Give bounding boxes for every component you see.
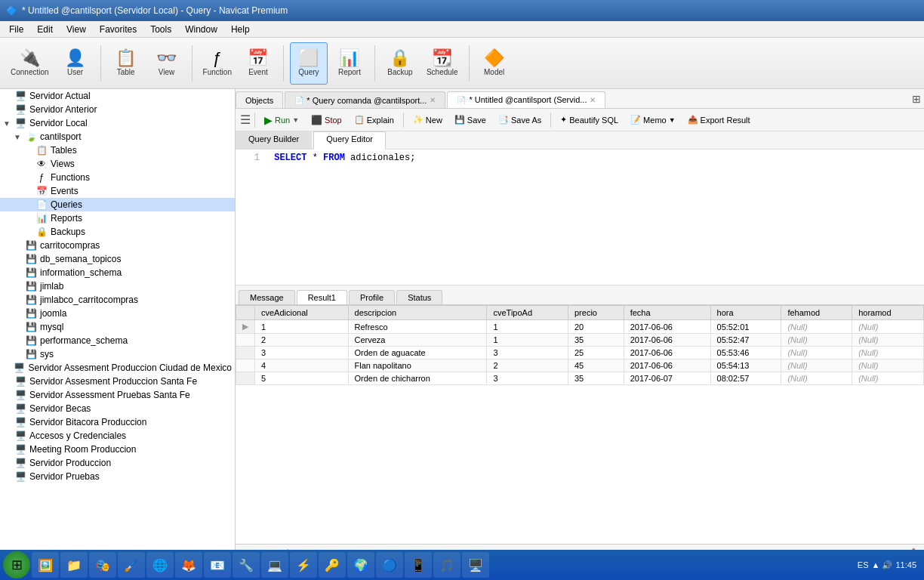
sidebar-item-meeting-room-produccion[interactable]: 🖥️Meeting Room Produccion: [0, 443, 235, 456]
save-button[interactable]: 💾 Save: [449, 111, 491, 129]
taskbar-app-5[interactable]: 🦊: [175, 552, 202, 578]
menu-item-favorites[interactable]: Favorites: [94, 23, 143, 36]
col-header-horamod[interactable]: horamod: [852, 306, 924, 320]
col-header-descripcion[interactable]: descripcion: [348, 306, 487, 320]
sidebar-item-sys[interactable]: 💾sys: [0, 347, 235, 361]
sidebar-item-functions[interactable]: ƒFunctions: [0, 171, 235, 184]
sidebar-item-jimlabco_carritocompras[interactable]: 💾jimlabco_carritocompras: [0, 293, 235, 307]
menu-item-edit[interactable]: Edit: [31, 23, 59, 36]
sidebar-item-backups[interactable]: 🔒Backups: [0, 225, 235, 239]
explain-button[interactable]: 📋 Explain: [349, 111, 399, 129]
taskbar-app-6[interactable]: 📧: [204, 552, 231, 578]
tab-query1-close[interactable]: ✕: [430, 96, 436, 104]
toolbar-event[interactable]: 📅Event: [239, 42, 277, 85]
sidebar-item-views[interactable]: 👁Views: [0, 157, 235, 171]
toolbar-report[interactable]: 📊Report: [331, 42, 368, 85]
col-header-cveTipoAd[interactable]: cveTipoAd: [487, 306, 568, 320]
tab-objects[interactable]: Objects: [236, 91, 283, 108]
beautify-button[interactable]: ✦ Beautify SQL: [555, 111, 624, 129]
sidebar-item-mysql[interactable]: 💾mysql: [0, 320, 235, 334]
sidebar-item-carritocompras[interactable]: 💾carritocompras: [0, 239, 235, 252]
sidebar-item-servidor-produccion[interactable]: 🖥️Servidor Produccion: [0, 456, 235, 470]
save-as-button[interactable]: 📑 Save As: [493, 111, 547, 129]
taskbar-app-3[interactable]: 🖌️: [118, 552, 145, 578]
taskbar-app-15[interactable]: 🖥️: [462, 552, 489, 578]
memo-arrow[interactable]: ▼: [669, 116, 676, 124]
taskbar-app-8[interactable]: 💻: [261, 552, 288, 578]
query-editor-tab[interactable]: Query Editor: [313, 131, 386, 150]
new-button[interactable]: ✨ New: [408, 111, 448, 129]
taskbar-app-2[interactable]: 🎭: [89, 552, 116, 578]
sidebar-item-servidor-assesment-produccion-santa-fe[interactable]: 🖥️Servidor Assesment Produccion Santa Fe: [0, 375, 235, 388]
sidebar-item-servidor-assessment-pruebas-santa-fe[interactable]: 🖥️Servidor Assessment Pruebas Santa Fe: [0, 388, 235, 402]
toolbar-model[interactable]: 🔶Model: [476, 42, 513, 85]
result-tab-status[interactable]: Status: [396, 290, 442, 304]
start-button[interactable]: ⊞: [3, 551, 30, 578]
taskbar-app-12[interactable]: 🔵: [376, 552, 403, 578]
result-tab-profile[interactable]: Profile: [349, 290, 395, 304]
toolbar-schedule[interactable]: 📆Schedule: [422, 42, 463, 85]
sidebar-item-servidor-pruebas[interactable]: 🖥️Servidor Pruebas: [0, 470, 235, 483]
sidebar-item-servidor-becas[interactable]: 🖥️Servidor Becas: [0, 402, 235, 415]
hamburger-icon[interactable]: ☰: [240, 113, 251, 127]
toolbar-view[interactable]: 👓View: [148, 42, 186, 85]
sidebar-item-tables[interactable]: 📋Tables: [0, 143, 235, 157]
memo-button[interactable]: 📝 Memo ▼: [625, 111, 680, 129]
result-table-container[interactable]: cveAdicional descripcion cveTipoAd preci…: [236, 305, 924, 544]
export-button[interactable]: 📤 Export Result: [682, 111, 756, 129]
stop-button[interactable]: ⬛ Stop: [306, 111, 347, 129]
sql-editor[interactable]: 1 SELECT * FROM adicionales;: [236, 150, 924, 285]
table-row[interactable]: 5Orden de chicharron3352017-06-0708:02:5…: [236, 372, 924, 385]
taskbar-app-9[interactable]: ⚡: [290, 552, 317, 578]
col-header-fecha[interactable]: fecha: [624, 306, 710, 320]
run-dropdown-arrow[interactable]: ▼: [292, 116, 299, 124]
sidebar-item-information_schema[interactable]: 💾information_schema: [0, 266, 235, 279]
toolbar-table[interactable]: 📋Table: [107, 42, 145, 85]
toolbar-query[interactable]: ⬜Query: [290, 42, 328, 85]
sidebar-item-servidor-anterior[interactable]: 🖥️Servidor Anterior: [0, 103, 235, 116]
taskbar-app-11[interactable]: 🌍: [347, 552, 374, 578]
query-builder-tab[interactable]: Query Builder: [236, 131, 312, 149]
toolbar-connection[interactable]: 🔌Connection: [6, 42, 54, 85]
col-header-hora[interactable]: hora: [710, 306, 781, 320]
taskbar-app-1[interactable]: 📁: [60, 552, 88, 578]
sidebar-item-servidor-actual[interactable]: 🖥️Servidor Actual: [0, 89, 235, 103]
sidebar-item-db_semana_topicos[interactable]: 💾db_semana_topicos: [0, 252, 235, 266]
sidebar-item-servidor-bitacora-produccion[interactable]: 🖥️Servidor Bitacora Produccion: [0, 415, 235, 429]
taskbar-app-14[interactable]: 🎵: [433, 552, 460, 578]
toolbar-user[interactable]: 👤User: [57, 42, 94, 85]
sidebar-item-cantilsport[interactable]: ▼🍃cantilsport: [0, 130, 235, 143]
tab-action-icon[interactable]: ⊞: [909, 90, 924, 108]
table-row[interactable]: 3Orden de aguacate3252017-06-0605:53:46(…: [236, 347, 924, 359]
taskbar-app-10[interactable]: 🔑: [319, 552, 346, 578]
result-tab-result1[interactable]: Result1: [297, 290, 347, 304]
col-header-cveAdicional[interactable]: cveAdicional: [255, 306, 349, 320]
sidebar-item-servidor-local[interactable]: ▼🖥️Servidor Local: [0, 116, 235, 130]
menu-item-window[interactable]: Window: [179, 23, 223, 36]
col-header-fehamod[interactable]: fehamod: [781, 306, 852, 320]
tab-query1[interactable]: 📄 * Query comanda @cantilsport... ✕: [285, 91, 445, 108]
menu-item-view[interactable]: View: [60, 23, 92, 36]
result-tab-message[interactable]: Message: [239, 290, 295, 304]
table-row[interactable]: 4Flan napolitano2452017-06-0605:54:13(Nu…: [236, 359, 924, 372]
menu-item-tools[interactable]: Tools: [144, 23, 177, 36]
sidebar-item-servidor-assesment-produccion-ciudad-de-mexico[interactable]: 🖥️Servidor Assesment Produccion Ciudad d…: [0, 361, 235, 375]
sidebar[interactable]: 🖥️Servidor Actual🖥️Servidor Anterior▼🖥️S…: [0, 89, 236, 562]
toolbar-backup[interactable]: 🔒Backup: [381, 42, 419, 85]
sidebar-item-queries[interactable]: 📄Queries: [0, 198, 235, 211]
menu-item-help[interactable]: Help: [225, 23, 256, 36]
sidebar-item-joomla[interactable]: 💾joomla: [0, 307, 235, 320]
taskbar-app-7[interactable]: 🔧: [233, 552, 260, 578]
table-row[interactable]: ▶1Refresco1202017-06-0605:52:01(Null)(Nu…: [236, 320, 924, 334]
sidebar-item-reports[interactable]: 📊Reports: [0, 211, 235, 225]
run-button[interactable]: ▶ Run ▼: [259, 111, 304, 129]
sidebar-item-performance_schema[interactable]: 💾performance_schema: [0, 334, 235, 347]
taskbar-app-4[interactable]: 🌐: [146, 552, 174, 578]
menu-item-file[interactable]: File: [3, 23, 29, 36]
sidebar-item-accesos-y-credenciales[interactable]: 🖥️Accesos y Credenciales: [0, 429, 235, 443]
sidebar-item-events[interactable]: 📅Events: [0, 184, 235, 198]
taskbar-app-13[interactable]: 📱: [405, 552, 432, 578]
sidebar-item-jimlab[interactable]: 💾jimlab: [0, 279, 235, 293]
col-header-precio[interactable]: precio: [568, 306, 624, 320]
tab-query2[interactable]: 📄 * Untitled @cantilsport (Servid... ✕: [447, 91, 605, 108]
